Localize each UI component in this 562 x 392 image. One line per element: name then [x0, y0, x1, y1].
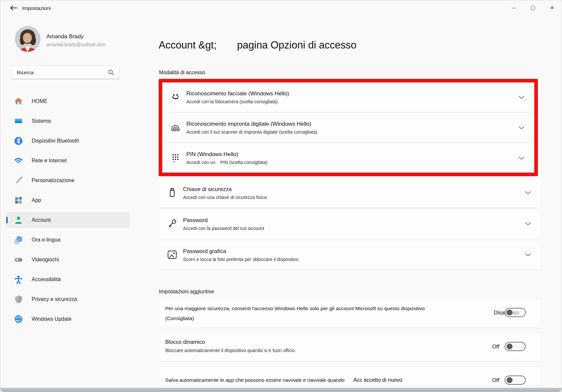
toggle-label: Off [492, 377, 499, 383]
minimize-button[interactable] [504, 0, 523, 16]
option-subtitle: Accedi con il tuo scanner di impronta di… [186, 129, 317, 135]
sidebar-item-sistema[interactable]: Sistema [6, 113, 130, 129]
sidebar-item-app[interactable]: App [6, 192, 130, 208]
sidebar-item-label: Ora e lingua [32, 237, 60, 243]
setting-text: Salva automaticamente le app che possono… [165, 377, 345, 383]
close-button[interactable]: ✕ [543, 0, 562, 16]
option-title: PIN (Windows Hello) [186, 151, 267, 158]
account-icon [14, 215, 23, 225]
signin-option-pin[interactable]: PIN (Windows Hello) Accedi con unPIN (sc… [162, 143, 534, 173]
pin-icon [169, 152, 182, 164]
chevron-down-icon[interactable] [525, 253, 531, 256]
fingerprint-icon [169, 121, 182, 134]
back-arrow-icon [10, 5, 17, 12]
sidebar-item-label: Videogiochi [32, 257, 59, 263]
restartable-apps-toggle[interactable] [505, 376, 526, 385]
sidebar-item-label: Personalizzazione [32, 178, 75, 183]
chevron-down-icon[interactable] [518, 156, 524, 160]
sidebar-item-label: Windows Update [32, 316, 72, 322]
sidebar-item-account[interactable]: Account [6, 212, 130, 228]
setting-text-2: (Consigliata) [165, 315, 465, 321]
option-title: Password grafica [183, 248, 298, 255]
chevron-down-icon[interactable] [518, 126, 524, 129]
dynamic-lock-toggle[interactable] [505, 342, 526, 351]
setting-dynamic-lock: Blocco dinamico Bloccare automaticamente… [159, 333, 541, 362]
setting-title: Blocco dinamico [165, 339, 465, 345]
signin-option-face[interactable]: Riconoscimento facciale (Windows Hello) … [162, 82, 534, 112]
hello-only-msa-toggle[interactable] [505, 308, 526, 317]
signin-option-picture-password[interactable]: Password grafica Scorri e tocca la foto … [159, 240, 541, 270]
option-subtitle: Scorri e tocca la foto preferita per sbl… [183, 257, 298, 262]
toggle-knob [507, 377, 513, 383]
avatar[interactable] [15, 26, 41, 52]
sidebar-item-home[interactable]: HOME [6, 93, 130, 109]
accessibility-icon [14, 275, 23, 284]
apps-icon [14, 196, 23, 205]
window-bottom-edge [0, 388, 562, 392]
toggle-knob [507, 310, 513, 315]
profile-name: Amanda Brady [47, 33, 83, 40]
page-title-text: pagina Opzioni di accesso [237, 39, 357, 51]
sidebar-item-privacy[interactable]: Privacy e sicurezza [6, 291, 130, 307]
toggle-label: Off [492, 343, 499, 350]
signin-option-fingerprint[interactable]: Riconoscimento impronta digitale (Window… [162, 113, 534, 142]
network-icon [14, 156, 23, 165]
maximize-icon [531, 6, 535, 10]
sidebar-item-videogiochi[interactable]: Videogiochi [6, 252, 130, 268]
sidebar-item-windows-update[interactable]: Windows Update [6, 311, 130, 327]
home-icon [14, 97, 23, 106]
toggle-knob [507, 343, 513, 349]
key-icon [166, 217, 178, 230]
signin-option-security-key[interactable]: Chiave di sicurezza Accedi con una chiav… [159, 178, 541, 208]
option-subtitle-2: PIN (scelta consigliata) [220, 160, 267, 165]
option-title: Riconoscimento impronta digitale (Window… [186, 120, 317, 128]
breadcrumb: Account &gt; [159, 39, 217, 51]
sidebar-item-label: Account [32, 217, 51, 223]
search-icon [108, 69, 114, 77]
highlight-annotation: Riconoscimento facciale (Windows Hello) … [159, 79, 538, 176]
maximize-button[interactable] [523, 0, 543, 16]
sidebar-item-bluetooth[interactable]: Dispositivi Bluetooth [6, 133, 130, 149]
titlebar: Impostazioni ✕ [0, 0, 562, 16]
option-title: Chiave di sicurezza [183, 186, 267, 193]
chevron-down-icon[interactable] [525, 191, 531, 194]
sidebar-item-label: Privacy e sicurezza [32, 296, 77, 302]
sidebar-item-label: App [32, 197, 41, 203]
profile-email: amanda.brady@outlook.com [47, 42, 106, 47]
option-title: Riconoscimento facciale (Windows Hello) [186, 90, 289, 97]
option-subtitle: Accedi con una chiave di sicurezza fisic… [183, 195, 267, 200]
security-key-icon [166, 186, 178, 199]
setting-hello-only-msa: Per una maggiore sicurezza, consenti l'a… [159, 299, 541, 328]
sidebar-nav: HOME Sistema Dispositivi Bluetooth [6, 93, 130, 331]
system-icon [14, 116, 23, 126]
chevron-down-icon[interactable] [518, 96, 524, 99]
close-icon: ✕ [550, 5, 554, 11]
settings-window: Impostazioni ✕ Amanda Brady amanda.brady… [0, 0, 562, 392]
bluetooth-icon [14, 136, 23, 146]
search-input[interactable] [11, 66, 119, 79]
setting-text-2: Acc accetto di nuovo [354, 377, 402, 383]
sidebar-item-label: Rete e Internet [32, 158, 67, 164]
option-subtitle: Accedi con un [186, 160, 215, 165]
gaming-icon [14, 255, 23, 264]
sidebar-item-rete[interactable]: Rete e Internet [6, 153, 130, 169]
setting-text: Per una maggiore sicurezza, consenti l'a… [165, 305, 465, 312]
picture-password-icon [166, 248, 178, 261]
sidebar-item-ora-e-lingua[interactable]: Ora e lingua [6, 232, 130, 248]
sidebar-item-label: Accessibilità [32, 277, 61, 282]
section-label-modalita: Modalità di accesso [159, 70, 205, 76]
option-subtitle: Accedi con la fotocamera (scelta consigl… [186, 99, 289, 104]
sidebar-item-label: Dispositivi Bluetooth [32, 138, 79, 144]
setting-subtitle: Bloccare automaticamente il dispositivo … [165, 348, 465, 353]
sidebar-item-accessibilita[interactable]: Accessibilità [6, 272, 130, 287]
face-icon [169, 91, 182, 104]
sidebar-item-personalizzazione[interactable]: Personalizzazione [6, 173, 130, 188]
minimize-icon [512, 8, 516, 8]
sidebar-item-label: HOME [32, 98, 47, 104]
back-button[interactable] [9, 5, 18, 13]
search-box [11, 65, 120, 79]
signin-option-password[interactable]: Password Accedi con la password del tuo … [159, 209, 541, 239]
section-label-aggiuntive: Impostazioni aggiuntive [159, 289, 214, 295]
page-title: Account &gt; pagina Opzioni di accesso [159, 39, 357, 51]
chevron-down-icon[interactable] [525, 222, 531, 225]
